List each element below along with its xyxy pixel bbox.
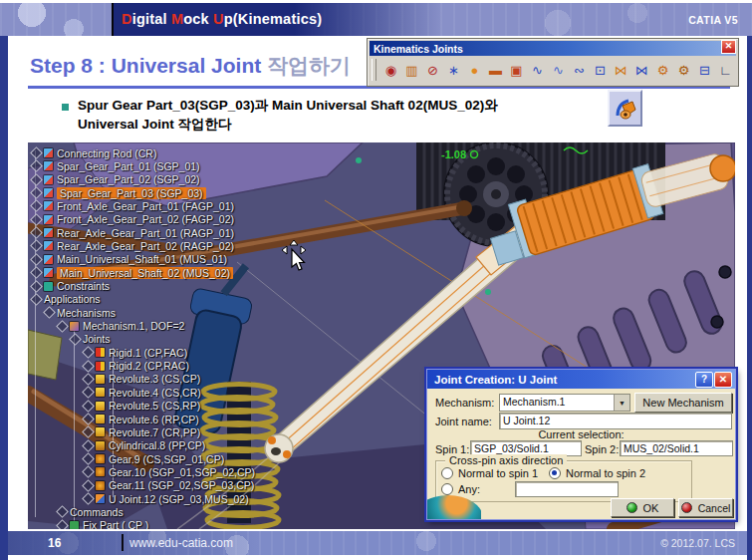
joint-name-input[interactable]: U Joint.12 [499, 413, 732, 429]
tree-item[interactable]: Mechanisms [45, 306, 116, 319]
cancel-button[interactable]: Cancel [678, 498, 733, 517]
tree-node-icon[interactable] [30, 293, 43, 306]
mechanism-dropdown[interactable]: Mechanism.1 ▼ [499, 394, 630, 412]
tree-item[interactable]: Spar_Gear_Part_03 (SGP_03) [32, 186, 206, 199]
tree-node-icon[interactable] [82, 439, 95, 452]
website-link[interactable]: www.edu-catia.com [129, 536, 233, 550]
tree-item[interactable]: Connecting Rod (CR) [32, 146, 156, 159]
tree-item[interactable]: Gear.10 (SGP_01,SGP_02,CP) [84, 465, 255, 478]
dialog-titlebar[interactable]: Joint Creation: U Joint [427, 370, 735, 389]
tree-node-icon[interactable] [30, 213, 43, 226]
chevron-down-icon[interactable]: ▼ [614, 395, 629, 411]
tree-item[interactable]: Rear_Axle_Gear_Part_02 (RAGP_02) [32, 239, 234, 252]
tree-node-icon[interactable] [30, 266, 43, 279]
rack-joint-icon[interactable]: ⚙ [674, 60, 693, 81]
tree-item[interactable]: Main_Universal_Shaft_02 (MUS_02) [32, 266, 233, 279]
ok-button[interactable]: OK [611, 498, 674, 517]
tree-node-icon[interactable] [30, 159, 43, 172]
tree-node-icon[interactable] [56, 320, 69, 333]
revolute-joint-icon[interactable]: ◉ [381, 60, 400, 81]
tree-item-label: Rigid.2 (CP,RAC) [109, 360, 189, 372]
tree-node-icon[interactable] [30, 253, 43, 266]
tree-node-icon[interactable] [43, 306, 56, 319]
normal-to-spin1-option[interactable]: Normal to spin 1 [441, 467, 538, 479]
tree-item[interactable]: Fix Part ( CP ) [58, 519, 148, 529]
radio-normal-spin1[interactable] [441, 467, 453, 479]
point-surface-joint-icon[interactable]: ⊡ [591, 60, 610, 81]
new-mechanism-button[interactable]: New Mechanism [634, 393, 732, 413]
tree-item[interactable]: Mechanism.1, DOF=2 [58, 320, 184, 333]
tree-node-icon[interactable] [56, 519, 69, 529]
prismatic-joint-icon[interactable]: ▥ [402, 60, 421, 81]
tree-node-icon[interactable] [82, 386, 95, 399]
tree-item[interactable]: Front_Axle_Gear_Part_01 (FAGP_01) [32, 199, 234, 212]
radio-normal-spin2[interactable] [549, 467, 561, 479]
toolbar-titlebar[interactable]: Kinematics Joints [370, 41, 736, 56]
cylindrical-joint-icon[interactable]: ⊘ [423, 60, 442, 81]
tree-item[interactable]: Rigid.2 (CP,RAC) [84, 360, 189, 373]
cv-joint-icon[interactable]: ⋈ [632, 60, 651, 81]
tree-node-icon[interactable] [82, 479, 95, 492]
tree-item[interactable]: Spar_Gear_Part_02 (SGP_02) [32, 173, 200, 186]
spherical-joint-icon[interactable]: ● [465, 60, 484, 81]
tree-item[interactable]: Rear_Axle_Gear_Part_01 (RAGP_01) [32, 226, 234, 239]
planar-joint-icon[interactable]: ▬ [486, 60, 505, 81]
tree-node-icon[interactable] [56, 506, 69, 519]
tree-item[interactable]: U Joint.12 (SGP_03,MUS_02) [84, 492, 249, 505]
cable-joint-icon[interactable]: ⊟ [695, 60, 714, 81]
tree-item[interactable]: Revolute.5 (CS,RP) [84, 400, 200, 413]
tree-node-icon[interactable] [82, 346, 95, 359]
tree-node-icon[interactable] [82, 492, 95, 505]
tree-node-icon[interactable] [30, 226, 43, 239]
tree-item[interactable]: Applications [32, 293, 101, 306]
revolute-icon [96, 415, 105, 423]
tree-item-label: Rigid.1 (CP,FAC) [109, 347, 187, 359]
tree-node-icon[interactable] [82, 360, 95, 373]
tree-node-icon[interactable] [82, 466, 95, 479]
tree-item[interactable]: Revolute.7 (CR,PP) [84, 425, 200, 438]
tree-node-icon[interactable] [82, 452, 95, 465]
roll-curve-joint-icon[interactable]: ∾ [570, 60, 589, 81]
tree-item[interactable]: Joints [71, 333, 110, 346]
tree-node-icon[interactable] [69, 333, 82, 346]
tree-item[interactable]: Constraints [32, 280, 110, 293]
tree-item[interactable]: Rigid.1 (CP,FAC) [84, 346, 187, 359]
rigid-joint-icon[interactable]: ▣ [507, 60, 526, 81]
dialog-close-icon[interactable]: ✕ [714, 372, 732, 388]
tree-item[interactable]: Cylindrical.8 (PP,CP) [84, 439, 205, 452]
point-curve-joint-icon[interactable]: ∿ [528, 60, 547, 81]
tree-item[interactable]: Commands [58, 505, 124, 518]
gear-joint-icon[interactable]: ⚙ [653, 60, 672, 81]
tree-item[interactable]: Revolute.4 (CS,CR) [84, 386, 201, 399]
tree-item[interactable]: Gear.9 (CS,SGP_01,CP) [84, 452, 224, 465]
tree-item[interactable]: Spar_Gear_Part_01 (SGP_01) [32, 159, 200, 172]
tree-node-icon[interactable] [82, 413, 95, 425]
toolbar-grip[interactable] [372, 59, 376, 81]
tree-node-icon[interactable] [30, 200, 43, 213]
tree-item[interactable]: Gear.11 (SGP_02,SGP_03,CP) [84, 479, 254, 492]
tree-node-icon[interactable] [30, 280, 43, 293]
tree-node-icon[interactable] [30, 186, 43, 199]
tree-node-icon[interactable] [82, 400, 95, 413]
tree-item[interactable]: Revolute.3 (CS,CP) [84, 373, 200, 386]
tree-node-icon[interactable] [30, 240, 43, 253]
tree-node-icon[interactable] [30, 173, 43, 186]
any-direction-input[interactable] [515, 481, 619, 497]
slide-curve-joint-icon[interactable]: ∿ [549, 60, 568, 81]
screw-joint-icon[interactable]: ∗ [444, 60, 463, 81]
tree-item[interactable]: Front_Axle_Gear_Part_02 (FAGP_02) [32, 213, 234, 226]
tree-item[interactable]: Revolute.6 (RP,CP) [84, 413, 199, 425]
toolbar-close-icon[interactable]: ✕ [721, 40, 736, 54]
tree-item[interactable]: Main_Universal_Shaft_01 (MUS_01) [32, 253, 227, 266]
axis-system-icon[interactable]: ∟ [716, 60, 735, 81]
u-joint-command-button[interactable] [608, 90, 642, 127]
dialog-help-icon[interactable]: ? [695, 372, 713, 388]
normal-to-spin2-option[interactable]: Normal to spin 2 [549, 467, 645, 479]
joint-name-label: Joint name: [435, 416, 492, 427]
spin2-input[interactable]: MUS_02/Solid.1 [620, 440, 733, 456]
tree-node-icon[interactable] [30, 146, 43, 159]
universal-joint-icon[interactable]: ⋈ [612, 60, 630, 81]
tree-node-icon[interactable] [82, 373, 95, 386]
tree-node-icon[interactable] [82, 425, 95, 438]
tree-item-label: Front_Axle_Gear_Part_01 (FAGP_01) [57, 200, 234, 212]
